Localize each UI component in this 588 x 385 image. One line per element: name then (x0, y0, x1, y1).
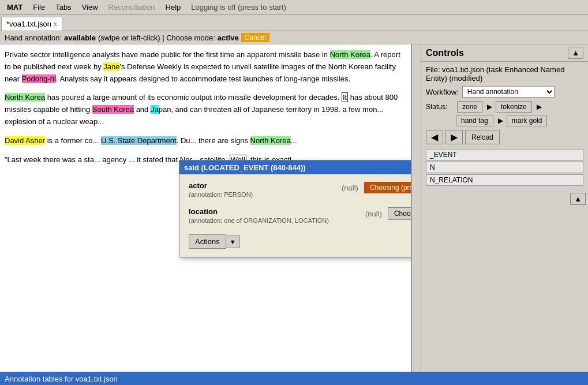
controls-bottom-arrow[interactable]: ▲ (570, 193, 586, 205)
modal-actions: Actions ▼ Done (189, 233, 411, 250)
file-label: File: (426, 65, 440, 74)
actions-dropdown: Actions ▼ (189, 234, 240, 249)
actor-annotation: (annotation: PERSON) (189, 191, 342, 198)
entity-list: _EVENT N N_RELATION (426, 149, 583, 186)
tabbar: *voa1.txt.json x (0, 15, 588, 31)
actor-controls: (null) Choosing (press to cancel) Unset (342, 181, 411, 194)
file-row: File: voa1.txt.json (task Enhanced Named… (426, 65, 583, 83)
controls-panel: Controls ▲ File: voa1.txt.json (task Enh… (421, 44, 588, 372)
entity-item-n-relation[interactable]: N_RELATION (426, 174, 583, 186)
menubar: MAT File Tabs View Reconciliation Help L… (0, 0, 588, 15)
anno-middle: (swipe or left-click) | Choose mode: (98, 33, 215, 42)
logging-status: Logging is off (press to start) (191, 3, 286, 12)
main-layout: Private sector intelligence analysts hav… (0, 44, 588, 372)
anno-active: active (218, 33, 239, 42)
choosing-button[interactable]: Choosing (press to cancel) (364, 182, 411, 193)
nav-buttons: ◀ ▶ Reload (426, 130, 583, 144)
bottom-section: Annotation tables for voa1.txt.json LOCA… (0, 372, 588, 385)
annotation-bar: Hand annotation: available (swipe or lef… (0, 31, 588, 44)
menu-view[interactable]: View (77, 2, 103, 13)
workflow-label: Workflow: (426, 88, 459, 96)
location-null: (null) (365, 210, 382, 218)
menu-tabs[interactable]: Tabs (51, 2, 76, 13)
controls-header: Controls ▲ (421, 44, 588, 62)
modal-actor-row: actor (annotation: PERSON) (null) Choosi… (189, 181, 411, 198)
modal-body: actor (annotation: PERSON) (null) Choosi… (179, 174, 411, 257)
arrow-icon-1: ▶ (487, 103, 492, 111)
modal-actor-field: actor (annotation: PERSON) (189, 181, 342, 198)
location-choose-button[interactable]: Choose (388, 207, 411, 220)
actions-arrow-icon[interactable]: ▼ (226, 236, 240, 248)
controls-collapse-button[interactable]: ▲ (568, 47, 583, 59)
controls-body: File: voa1.txt.json (task Enhanced Named… (421, 62, 588, 190)
status-section: Status: zone ▶ tokenize ▶ hand tag ▶ mar… (426, 101, 583, 126)
text-panel: Private sector intelligence analysts hav… (0, 44, 411, 372)
mark-gold-button[interactable]: mark gold (507, 115, 548, 126)
bottom-title: Annotation tables for voa1.txt.json (5, 375, 118, 383)
location-label: location (189, 207, 365, 216)
reload-button[interactable]: Reload (465, 130, 500, 144)
hand-tag-button[interactable]: hand tag (456, 115, 493, 126)
workflow-row: Workflow: Hand annotation (426, 86, 583, 98)
entity-item-event[interactable]: _EVENT (426, 149, 583, 160)
nav-prev-button[interactable]: ◀ (426, 130, 443, 144)
anno-prefix: Hand annotation: (5, 33, 62, 42)
zone-button[interactable]: zone (457, 101, 482, 113)
arrow-icon-3: ▶ (498, 117, 503, 125)
bottom-header: Annotation tables for voa1.txt.json (0, 373, 588, 385)
menu-mat[interactable]: MAT (2, 2, 27, 13)
location-annotation: (annotation: one of ORGANIZATION, LOCATI… (189, 217, 365, 224)
menu-reconciliation[interactable]: Reconciliation (104, 2, 160, 13)
modal-location-row: location (annotation: one of ORGANIZATIO… (189, 207, 411, 224)
location-controls: (null) Choose Unset (365, 207, 411, 220)
tab-label: *voa1.txt.json (6, 20, 51, 28)
modal-overlay: said (LOCATED_EVENT (840-844)) x actor (… (0, 44, 411, 372)
modal-dialog: said (LOCATED_EVENT (840-844)) x actor (… (179, 160, 411, 257)
tokenize-button[interactable]: tokenize (496, 101, 532, 113)
file-value: voa1.txt.json (task Enhanced Named Entit… (426, 65, 564, 83)
modal-location-field: location (annotation: one of ORGANIZATIO… (189, 207, 365, 224)
actor-null: (null) (342, 184, 358, 192)
anno-available: available (64, 33, 96, 42)
tab-voa1[interactable]: *voa1.txt.json x (1, 17, 62, 31)
arrow-icon-2: ▶ (537, 103, 542, 111)
modal-title: said (LOCATED_EVENT (840-844)) (184, 163, 306, 172)
menu-file[interactable]: File (28, 2, 50, 13)
actions-button[interactable]: Actions (189, 234, 226, 249)
tab-close-icon[interactable]: x (54, 20, 57, 27)
nav-next-button[interactable]: ▶ (445, 130, 463, 144)
entity-item-n[interactable]: N (426, 162, 583, 173)
cancel-button[interactable]: Cancel (241, 33, 269, 42)
status-label: Status: (426, 103, 455, 111)
menu-help[interactable]: Help (161, 2, 186, 13)
text-panel-wrapper: Private sector intelligence analysts hav… (0, 44, 421, 372)
text-scrollbar[interactable] (411, 44, 421, 372)
modal-header: said (LOCATED_EVENT (840-844)) x (179, 160, 411, 174)
actor-label: actor (189, 181, 342, 190)
controls-title: Controls (426, 48, 464, 58)
workflow-select[interactable]: Hand annotation (462, 86, 555, 98)
